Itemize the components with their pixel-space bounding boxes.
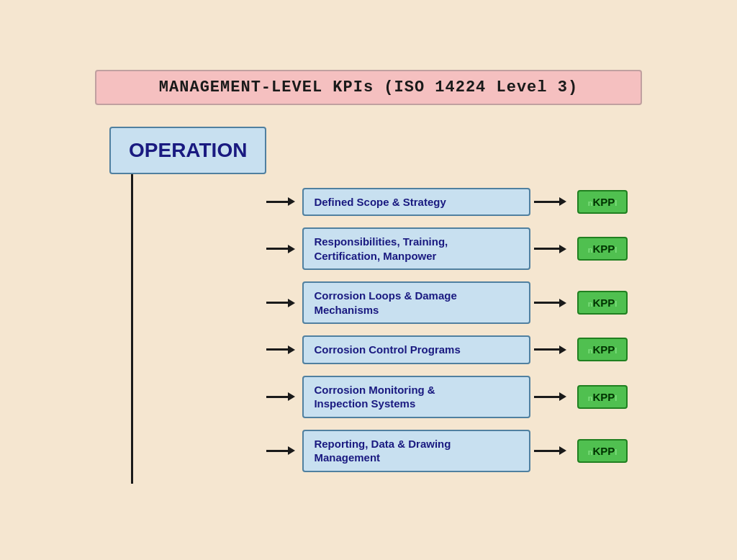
nkppi-box-4: nKPPI xyxy=(577,338,628,361)
rows-container: Defined Scope & Strategy nKPPI Responsib… xyxy=(266,188,628,472)
kpi-label-text-1: Defined Scope & Strategy xyxy=(314,196,446,208)
kpi-row-5: Corrosion Monitoring &Inspection Systems… xyxy=(266,376,628,418)
nkppi-text-3: nKPPI xyxy=(588,297,618,309)
header-box: MANAGEMENT-LEVEL KPIs (ISO 14224 Level 3… xyxy=(95,70,642,105)
nkppi-box-5: nKPPI xyxy=(577,385,628,409)
kpi-label-box-5: Corrosion Monitoring &Inspection Systems xyxy=(302,376,530,418)
branch-connector-6 xyxy=(266,446,302,455)
kpi-label-box-6: Reporting, Data & DrawingManagement xyxy=(302,430,530,472)
branch-connector-4 xyxy=(266,346,302,354)
branch-connector-2 xyxy=(266,245,302,253)
conn-line-6 xyxy=(534,450,559,452)
kpi-row-3: Corrosion Loops & DamageMechanisms nKPPI xyxy=(266,281,628,324)
kpi-label-text-6: Reporting, Data & DrawingManagement xyxy=(314,438,451,464)
branch-line-6 xyxy=(266,450,288,452)
arrow-5 xyxy=(288,392,295,401)
branch-connector-5 xyxy=(266,392,302,401)
kpi-row-6: Reporting, Data & DrawingManagement nKPP… xyxy=(266,430,628,472)
nkppi-text-2: nKPPI xyxy=(588,243,618,255)
nkppi-text-5: nKPPI xyxy=(588,391,618,403)
arrow-1 xyxy=(288,197,295,206)
conn-line-4 xyxy=(534,348,559,351)
conn-arrow-4 xyxy=(559,346,566,354)
arrow-6 xyxy=(288,446,295,455)
branch-line-2 xyxy=(266,248,288,250)
nkppi-text-4: nKPPI xyxy=(588,343,618,356)
branch-line-1 xyxy=(266,201,288,203)
branch-line-4 xyxy=(266,348,288,351)
branch-line-5 xyxy=(266,396,288,398)
nkppi-box-6: nKPPI xyxy=(577,439,628,463)
kpi-label-box-2: Responsibilities, Training,Certification… xyxy=(302,227,530,270)
connector-4 xyxy=(534,346,574,354)
connector-3 xyxy=(534,299,574,307)
conn-arrow-3 xyxy=(559,299,566,307)
content-area: OPERATION Defined Scope & Strategy xyxy=(95,119,642,491)
arrow-3 xyxy=(288,299,295,307)
kpi-label-text-5: Corrosion Monitoring &Inspection Systems xyxy=(314,384,435,410)
conn-arrow-6 xyxy=(559,446,566,455)
branch-line-3 xyxy=(266,302,288,304)
conn-arrow-1 xyxy=(559,197,566,206)
nkppi-box-1: nKPPI xyxy=(577,190,628,214)
arrow-4 xyxy=(288,346,295,354)
header-title: MANAGEMENT-LEVEL KPIs (ISO 14224 Level 3… xyxy=(159,78,578,96)
nkppi-text-1: nKPPI xyxy=(588,196,618,208)
connector-6 xyxy=(534,446,574,455)
conn-arrow-5 xyxy=(559,392,566,401)
conn-line-1 xyxy=(534,201,559,203)
kpi-label-text-2: Responsibilities, Training,Certification… xyxy=(314,235,448,262)
kpi-label-text-4: Corrosion Control Programs xyxy=(314,343,460,356)
kpi-label-box-1: Defined Scope & Strategy xyxy=(302,188,530,217)
branch-connector-1 xyxy=(266,197,302,206)
arrow-2 xyxy=(288,245,295,253)
conn-line-2 xyxy=(534,248,559,250)
kpi-label-box-3: Corrosion Loops & DamageMechanisms xyxy=(302,281,530,324)
main-vertical-line xyxy=(131,174,133,484)
conn-arrow-2 xyxy=(559,245,566,253)
conn-line-5 xyxy=(534,396,559,398)
kpi-row-2: Responsibilities, Training,Certification… xyxy=(266,227,628,270)
nkppi-box-3: nKPPI xyxy=(577,291,628,315)
connector-2 xyxy=(534,245,574,253)
connector-5 xyxy=(534,392,574,401)
conn-line-3 xyxy=(534,302,559,304)
nkppi-box-2: nKPPI xyxy=(577,237,628,261)
operation-label: OPERATION xyxy=(129,139,247,161)
kpi-label-box-4: Corrosion Control Programs xyxy=(302,335,530,364)
operation-box: OPERATION xyxy=(109,127,266,174)
connector-1 xyxy=(534,197,574,206)
main-container: MANAGEMENT-LEVEL KPIs (ISO 14224 Level 3… xyxy=(88,63,649,498)
kpi-row-1: Defined Scope & Strategy nKPPI xyxy=(266,188,628,217)
kpi-label-text-3: Corrosion Loops & DamageMechanisms xyxy=(314,289,456,316)
kpi-row-4: Corrosion Control Programs nKPPI xyxy=(266,335,628,364)
branch-connector-3 xyxy=(266,299,302,307)
nkppi-text-6: nKPPI xyxy=(588,445,618,457)
